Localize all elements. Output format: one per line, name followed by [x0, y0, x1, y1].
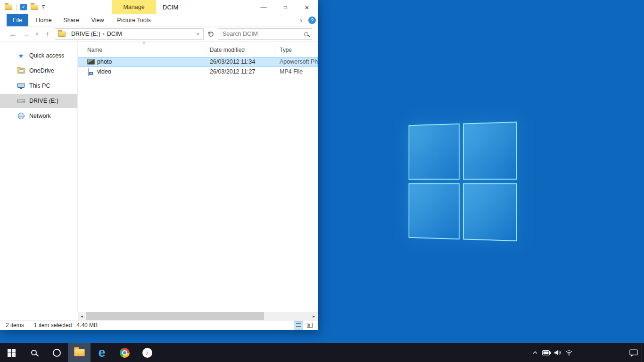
tab-file[interactable]: File	[7, 14, 28, 26]
file-row-video[interactable]: video 26/03/2012 11:27 MP4 File	[78, 67, 318, 77]
column-header-name[interactable]: Name	[87, 44, 102, 56]
file-row-photo[interactable]: photo 26/03/2012 11:34 Apowersoft Pho	[78, 57, 318, 67]
refresh-button[interactable]	[206, 28, 216, 40]
close-button[interactable]: ×	[296, 0, 318, 14]
recent-locations-chevron-icon[interactable]: ∨	[33, 26, 41, 41]
window-title: DCIM	[163, 0, 178, 14]
music-note-glyph: ♪	[146, 350, 149, 356]
items-count: 2 items	[6, 322, 24, 329]
taskbar-edge-button[interactable]: e	[91, 343, 113, 362]
scrollbar-thumb[interactable]	[86, 312, 264, 320]
minimize-button[interactable]: —	[253, 0, 274, 14]
tray-spacer	[575, 343, 626, 362]
title-bar: ✓ ∨ Manage DCIM — □ ×	[0, 0, 318, 14]
horizontal-scrollbar[interactable]: ◂ ▸	[78, 312, 318, 320]
sidebar-item-label: DRIVE (E:)	[29, 98, 58, 104]
column-header-date-modified[interactable]: Date modified	[210, 44, 245, 56]
taskbar-search-button[interactable]	[23, 343, 45, 362]
refresh-icon	[207, 31, 215, 38]
start-button[interactable]	[0, 343, 23, 362]
file-explorer-window: ✓ ∨ Manage DCIM — □ × File Home Share Vi…	[0, 0, 318, 330]
drive-icon	[17, 97, 25, 105]
windows-logo-pane	[409, 183, 460, 239]
tab-home[interactable]: Home	[33, 14, 55, 26]
windows-logo-pane	[463, 122, 517, 180]
network-wifi-icon[interactable]	[563, 343, 575, 362]
address-bar[interactable]: DRIVE (E:) › DCIM ∨	[55, 28, 204, 40]
sidebar-item-onedrive[interactable]: OneDrive	[0, 64, 77, 78]
sidebar-item-drive-e[interactable]: DRIVE (E:)	[0, 94, 77, 108]
file-type: Apowersoft Pho	[280, 57, 318, 67]
onedrive-folder-glyph	[17, 68, 25, 74]
folder-icon	[58, 32, 66, 37]
search-icon[interactable]	[304, 32, 308, 36]
onedrive-icon	[17, 67, 25, 75]
taskbar-chrome-button[interactable]	[113, 343, 136, 362]
hidden-icons-chevron-icon[interactable]	[529, 343, 541, 362]
column-divider[interactable]	[274, 45, 274, 54]
column-header-type[interactable]: Type	[280, 44, 292, 56]
windows-logo	[409, 122, 517, 241]
up-button[interactable]: ↑	[41, 26, 54, 41]
sidebar-item-label: This PC	[29, 82, 50, 89]
search-icon	[31, 350, 37, 355]
sidebar-item-this-pc[interactable]: This PC	[0, 79, 77, 93]
photo-file-icon	[87, 59, 95, 65]
volume-icon[interactable]	[552, 343, 563, 362]
selection-count: 1 item selected	[34, 322, 72, 329]
thumbnails-view-button[interactable]	[305, 321, 314, 329]
sidebar-item-network[interactable]: Network	[0, 109, 77, 123]
show-desktop-button[interactable]	[642, 343, 644, 362]
view-toggle-buttons	[294, 321, 314, 329]
properties-icon[interactable]: ✓	[20, 4, 27, 10]
file-explorer-icon	[74, 349, 85, 356]
edge-icon: e	[98, 346, 105, 359]
tab-view[interactable]: View	[87, 14, 108, 26]
selection-size: 4.40 MB	[76, 322, 98, 329]
this-pc-icon	[17, 82, 25, 90]
video-file-icon	[88, 68, 89, 76]
explorer-body: ★ Quick access OneDrive This PC DRIVE (E…	[0, 42, 318, 312]
star-glyph: ★	[18, 52, 24, 59]
search-input[interactable]	[222, 30, 304, 38]
sidebar-item-quick-access[interactable]: ★ Quick access	[0, 49, 77, 63]
forward-button[interactable]: →	[21, 26, 32, 41]
file-date-modified: 26/03/2012 11:27	[210, 67, 255, 77]
file-name: photo	[97, 57, 112, 67]
manage-contextual-tab[interactable]: Manage	[112, 0, 156, 14]
itunes-icon: ♪	[142, 348, 152, 358]
battery-icon[interactable]	[541, 343, 552, 362]
file-name: video	[97, 67, 111, 77]
ribbon-tab-bar: File Home Share View Picture Tools ∨ ?	[0, 14, 318, 26]
customize-toolbar-chevron-icon[interactable]: ∨	[42, 5, 45, 9]
column-divider[interactable]	[206, 45, 206, 54]
action-center-icon[interactable]	[626, 343, 642, 362]
taskbar-file-explorer-button[interactable]	[68, 343, 91, 362]
breadcrumb-dcim[interactable]: DCIM	[105, 29, 124, 39]
tab-share[interactable]: Share	[59, 14, 83, 26]
cortana-button[interactable]	[45, 343, 68, 362]
navigation-bar: ← → ∨ ↑ DRIVE (E:) › DCIM ∨	[0, 26, 318, 42]
explorer-window-icon[interactable]	[5, 5, 12, 10]
sort-ascending-icon: ^	[143, 42, 145, 47]
scroll-right-arrow[interactable]: ▸	[310, 312, 318, 320]
new-folder-icon[interactable]	[31, 5, 38, 10]
maximize-button[interactable]: □	[274, 0, 296, 14]
monitor-glyph	[17, 83, 25, 88]
breadcrumb-drive[interactable]: DRIVE (E:)	[69, 29, 103, 39]
windows-start-icon	[8, 349, 16, 357]
status-bar: 2 items 1 item selected 4.40 MB	[0, 320, 318, 330]
tab-picture-tools[interactable]: Picture Tools	[112, 14, 156, 26]
expand-ribbon-chevron-icon[interactable]: ∨	[296, 14, 306, 26]
windows-logo-pane	[463, 183, 517, 241]
taskbar-itunes-button[interactable]: ♪	[136, 343, 158, 362]
address-dropdown-chevron-icon[interactable]: ∨	[192, 32, 203, 36]
globe-glyph	[18, 113, 25, 119]
help-button[interactable]: ?	[308, 16, 316, 24]
chrome-icon	[120, 348, 130, 358]
scroll-left-arrow[interactable]: ◂	[78, 312, 86, 320]
status-divider	[29, 322, 29, 329]
back-button[interactable]: ←	[7, 26, 20, 41]
details-view-button[interactable]	[294, 321, 303, 329]
file-date-modified: 26/03/2012 11:34	[210, 57, 255, 67]
